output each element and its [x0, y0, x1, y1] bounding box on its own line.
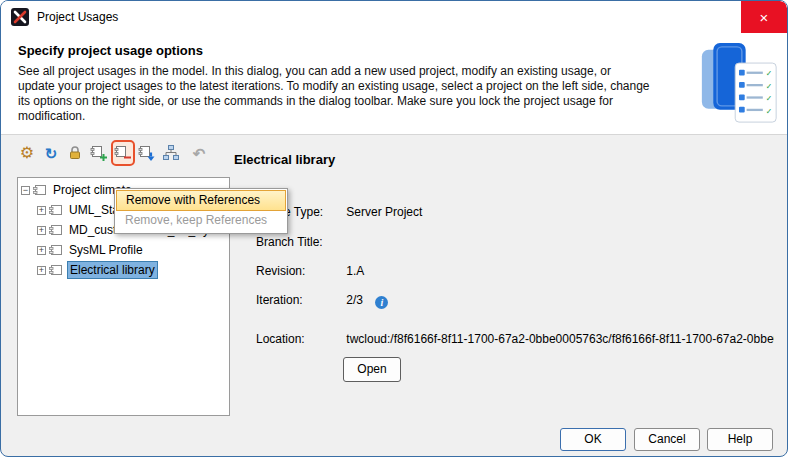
remove-project-button[interactable]: [111, 140, 135, 166]
undo-button[interactable]: ↶: [187, 140, 211, 166]
menu-item-remove-keep-references: Remove, keep References: [116, 211, 286, 232]
window-title: Project Usages: [37, 10, 118, 24]
project-icon: [33, 183, 47, 197]
app-logo-icon: [11, 8, 29, 26]
title-bar: Project Usages ×: [1, 1, 787, 33]
expand-handle-icon[interactable]: +: [37, 266, 46, 275]
refresh-button[interactable]: ↻: [39, 140, 63, 166]
project-icon: [49, 203, 63, 217]
gear-icon: ⚙: [20, 145, 34, 161]
location-label: Location:: [256, 332, 343, 346]
dialog-toolbar: ⚙ ↻: [15, 140, 211, 166]
project-icon: [49, 243, 63, 257]
change-version-icon: [138, 144, 156, 162]
used-by-map-icon: [162, 144, 180, 162]
help-button[interactable]: Help: [707, 428, 773, 451]
svg-text:✓: ✓: [766, 82, 772, 91]
header-description: See all project usages in the model. In …: [18, 64, 650, 124]
change-version-button[interactable]: [135, 140, 159, 166]
svg-text:✓: ✓: [766, 94, 772, 103]
project-options-button[interactable]: ⚙: [15, 140, 39, 166]
undo-icon: ↶: [193, 146, 206, 161]
remove-project-icon: [114, 144, 132, 162]
tree-item-label-selected: Electrical library: [67, 261, 158, 279]
menu-item-remove-with-references[interactable]: Remove with References: [116, 190, 286, 211]
expand-handle-icon[interactable]: +: [37, 206, 46, 215]
branch-title-label: Branch Title:: [256, 235, 343, 249]
detail-row-iteration: Iteration: 2/3 i: [256, 293, 388, 308]
iteration-value: 2/3: [346, 293, 363, 307]
revision-label: Revision:: [256, 264, 343, 278]
detail-row-location: Location: twcloud:/f8f6166f-8f11-1700-67…: [256, 332, 774, 347]
lock-icon: [66, 144, 84, 162]
location-value: twcloud:/f8f6166f-8f11-1700-67a2-0bbe000…: [346, 332, 774, 346]
tree-item-electrical-library[interactable]: + Electrical library: [18, 260, 229, 280]
close-button[interactable]: ×: [741, 1, 787, 33]
dialog-header: Specify project usage options See all pr…: [1, 33, 787, 135]
detail-row-revision: Revision: 1.A: [256, 264, 364, 279]
use-project-button[interactable]: [87, 140, 111, 166]
expand-handle-icon[interactable]: +: [37, 226, 46, 235]
tree-item-sysml-profile[interactable]: + SysML Profile: [18, 240, 229, 260]
revision-value: 1.A: [346, 264, 364, 278]
svg-text:✓: ✓: [766, 107, 772, 116]
project-icon: [49, 223, 63, 237]
project-usages-dialog: Project Usages × Specify project usage o…: [0, 0, 788, 457]
iteration-label: Iteration:: [256, 293, 343, 307]
open-button[interactable]: Open: [343, 357, 401, 382]
selected-project-title: Electrical library: [234, 152, 335, 167]
svg-text:✓: ✓: [766, 69, 772, 78]
header-title: Specify project usage options: [18, 43, 203, 58]
refresh-icon: ↻: [45, 146, 58, 161]
use-project-add-icon: [90, 144, 108, 162]
tree-item-label: SysML Profile: [67, 242, 145, 258]
close-icon: ×: [760, 9, 769, 26]
collapse-handle-icon[interactable]: −: [21, 186, 30, 195]
cancel-button[interactable]: Cancel: [634, 428, 700, 451]
expand-handle-icon[interactable]: +: [37, 246, 46, 255]
info-icon[interactable]: i: [375, 296, 388, 309]
header-illustration: ✓ ✓ ✓ ✓: [699, 39, 779, 129]
project-icon: [49, 263, 63, 277]
detail-row-branch-title: Branch Title:: [256, 235, 343, 250]
used-by-map-button[interactable]: [159, 140, 183, 166]
lock-button[interactable]: [63, 140, 87, 166]
usage-type-value: Server Project: [346, 205, 422, 219]
remove-context-menu: Remove with References Remove, keep Refe…: [114, 188, 288, 234]
ok-button[interactable]: OK: [560, 428, 626, 451]
